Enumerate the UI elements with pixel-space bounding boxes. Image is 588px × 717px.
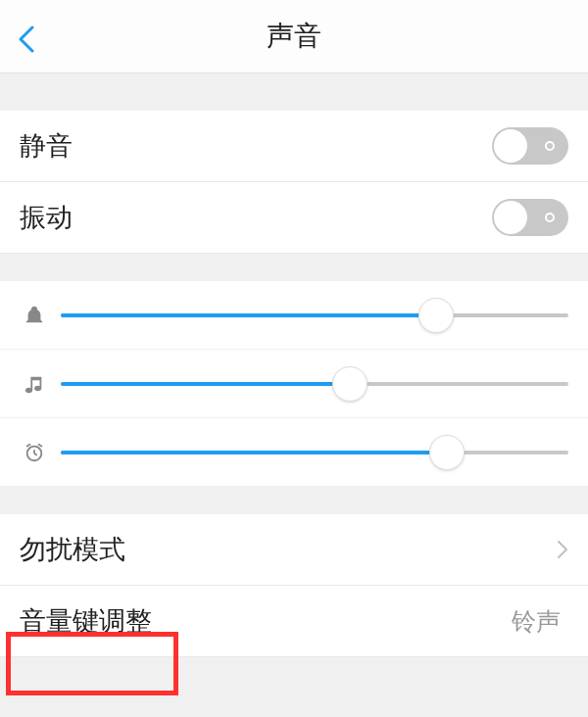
svg-line-2: [34, 453, 37, 454]
slider-fill: [61, 451, 447, 454]
vibrate-label: 振动: [20, 200, 492, 235]
volumekey-row[interactable]: 音量键调整 铃声: [0, 586, 588, 657]
alarm-slider-row: [0, 418, 588, 487]
toggle-knob: [494, 129, 527, 163]
music-icon: [20, 369, 49, 399]
bell-icon: [20, 301, 49, 330]
spacer: [0, 254, 588, 281]
slider-thumb[interactable]: [429, 435, 465, 470]
slider-thumb[interactable]: [332, 366, 368, 402]
svg-line-4: [39, 444, 42, 446]
vibrate-toggle[interactable]: [492, 199, 568, 236]
dnd-label: 勿扰模式: [20, 532, 557, 567]
svg-line-3: [27, 444, 30, 446]
vibrate-row: 振动: [0, 182, 588, 254]
toggle-knob: [494, 201, 527, 234]
mute-row: 静音: [0, 111, 588, 182]
slider-fill: [61, 382, 350, 386]
volumekey-value: 铃声: [512, 605, 561, 638]
alarm-slider[interactable]: [61, 451, 568, 454]
slider-thumb[interactable]: [418, 298, 454, 333]
media-slider-row: [0, 350, 588, 418]
page-title: 声音: [0, 18, 588, 55]
header: 声音: [0, 0, 588, 73]
spacer: [0, 487, 588, 514]
mute-label: 静音: [20, 128, 492, 164]
alarm-icon: [20, 438, 49, 467]
ring-slider-row: [0, 281, 588, 350]
toggle-dot: [545, 213, 555, 222]
volumekey-label: 音量键调整: [20, 603, 512, 639]
chevron-right-icon: [557, 540, 568, 559]
dnd-row[interactable]: 勿扰模式: [0, 514, 588, 586]
annotation-arrow: [0, 657, 588, 717]
slider-fill: [61, 313, 436, 317]
ring-slider[interactable]: [61, 313, 568, 317]
back-icon[interactable]: [18, 25, 35, 53]
sliders-section: [0, 281, 588, 487]
media-slider[interactable]: [61, 382, 568, 386]
toggle-dot: [545, 141, 555, 151]
mute-toggle[interactable]: [492, 127, 568, 165]
spacer: [0, 73, 588, 111]
